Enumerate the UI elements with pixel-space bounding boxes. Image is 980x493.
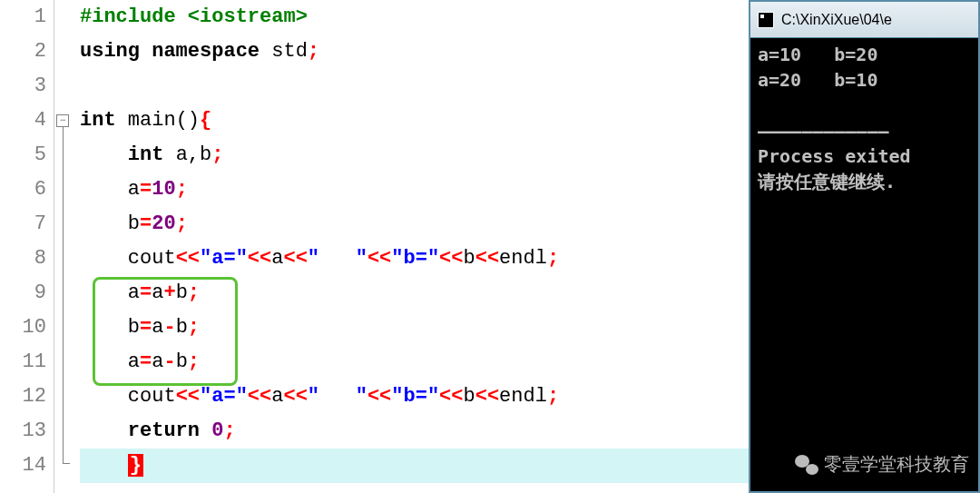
code-line[interactable]: cout<<"a="<<a<<" "<<"b="<<b<<endl; [80, 242, 749, 276]
semicolon: ; [188, 350, 200, 373]
operator: << [368, 385, 391, 408]
code-line[interactable]: a=a-b; [80, 345, 749, 380]
keyword: return [128, 419, 200, 442]
line-number: 7 [0, 207, 46, 242]
code-line[interactable]: a=a+b; [80, 276, 749, 311]
operator: << [475, 385, 499, 408]
parentheses: () [176, 109, 200, 132]
line-number: 14 [0, 449, 46, 483]
code-line[interactable]: using namespace std; [80, 35, 749, 69]
console-divider: ———————————— [758, 118, 971, 143]
fold-toggle-icon[interactable]: − [56, 114, 69, 127]
line-number: 12 [0, 380, 46, 414]
number: 10 [152, 178, 175, 201]
identifier: endl [499, 385, 547, 408]
operator: << [475, 247, 499, 270]
keyword: using [80, 40, 140, 63]
operator: << [176, 385, 200, 408]
number: 20 [152, 212, 175, 235]
code-line[interactable]: b=a-b; [80, 311, 749, 345]
operator: = [140, 350, 152, 373]
code-area[interactable]: #include <iostream> using namespace std;… [73, 0, 749, 493]
identifier: a [152, 316, 163, 339]
identifier: a [176, 143, 188, 166]
operator: << [283, 385, 307, 408]
line-number: 1 [0, 0, 46, 35]
operator: - [163, 350, 175, 373]
operator: = [140, 281, 152, 304]
operator: << [439, 385, 463, 408]
identifier: a [271, 385, 283, 408]
line-number: 6 [0, 173, 46, 207]
operator: << [176, 247, 200, 270]
code-line-current[interactable]: } [80, 449, 749, 483]
code-line[interactable] [80, 69, 749, 104]
console-app-icon [758, 12, 774, 28]
keyword: int [80, 109, 116, 132]
semicolon: ; [176, 178, 188, 201]
string: "a=" [200, 385, 248, 408]
line-number-gutter: 1 2 3 4 5 6 7 8 9 10 11 12 13 14 [0, 0, 54, 493]
code-line[interactable]: cout<<"a="<<a<<" "<<"b="<<b<<endl; [80, 380, 749, 414]
fold-guide [63, 127, 64, 463]
line-number: 3 [0, 69, 46, 104]
string: " " [308, 385, 368, 408]
console-title-text: C:\XinXiXue\04\e [781, 12, 892, 28]
line-number: 13 [0, 414, 46, 449]
semicolon: ; [176, 212, 188, 235]
identifier: cout [128, 247, 176, 270]
fold-column: − [54, 0, 73, 493]
identifier: a [271, 247, 283, 270]
operator: + [163, 281, 175, 304]
code-line[interactable]: int a,b; [80, 138, 749, 173]
semicolon: ; [188, 281, 200, 304]
line-number: 10 [0, 311, 46, 345]
identifier: a [152, 281, 163, 304]
string: "a=" [200, 247, 248, 270]
code-line[interactable]: return 0; [80, 414, 749, 449]
console-window[interactable]: C:\XinXiXue\04\e a=10 b=20a=20 b=10 ————… [749, 0, 980, 493]
console-output[interactable]: a=10 b=20a=20 b=10 ————————————Process e… [750, 38, 978, 491]
semicolon: ; [211, 143, 223, 166]
code-line[interactable]: #include <iostream> [80, 0, 749, 35]
keyword: int [128, 143, 164, 166]
keyword: namespace [152, 40, 260, 63]
semicolon: ; [308, 40, 319, 63]
operator: << [248, 385, 271, 408]
code-line[interactable]: int main(){ [80, 104, 749, 138]
operator: = [140, 316, 152, 339]
operator: - [163, 316, 175, 339]
identifier: b [128, 316, 140, 339]
identifier: a [128, 350, 140, 373]
code-editor[interactable]: 1 2 3 4 5 6 7 8 9 10 11 12 13 14 − #incl… [0, 0, 749, 493]
string: " " [308, 247, 368, 270]
semicolon: ; [547, 247, 559, 270]
line-number: 4 [0, 104, 46, 138]
identifier: std [271, 40, 308, 63]
identifier: a [128, 178, 140, 201]
identifier: b [176, 281, 188, 304]
preprocessor: #include <iostream> [80, 5, 308, 28]
code-line[interactable]: b=20; [80, 207, 749, 242]
line-number: 5 [0, 138, 46, 173]
operator: << [248, 247, 271, 270]
brace: { [200, 109, 211, 132]
identifier: cout [128, 385, 176, 408]
identifier: b [176, 350, 188, 373]
identifier: b [464, 385, 475, 408]
identifier: b [176, 316, 188, 339]
line-number: 9 [0, 276, 46, 311]
identifier: b [128, 212, 140, 235]
semicolon: ; [547, 385, 559, 408]
identifier: endl [499, 247, 547, 270]
code-line[interactable]: a=10; [80, 173, 749, 207]
operator: << [439, 247, 463, 270]
console-prompt: 请按任意键继续. [758, 169, 971, 194]
string: "b=" [391, 385, 439, 408]
string: "b=" [391, 247, 439, 270]
operator: << [368, 247, 391, 270]
semicolon: ; [223, 419, 235, 442]
console-titlebar[interactable]: C:\XinXiXue\04\e [750, 2, 978, 38]
identifier: b [464, 247, 475, 270]
brace: } [128, 454, 143, 477]
